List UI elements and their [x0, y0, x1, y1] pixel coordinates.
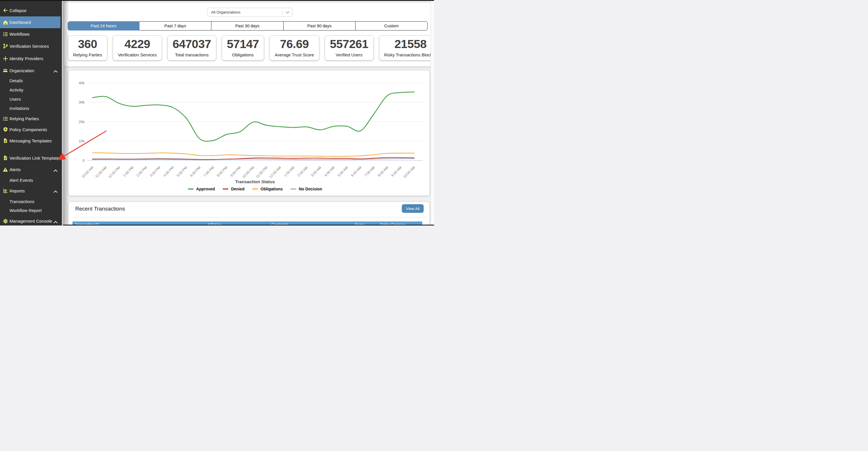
sidebar-item-transactions[interactable]: Transactions	[0, 197, 62, 206]
sidebar-item-reports[interactable]: Reports	[0, 186, 62, 195]
transaction-status-chart: 010k20k30k40k10:00 AM11:00 AM12:00 PM1:0…	[68, 70, 429, 178]
stat-card-average-trust-score: 76.69 Average Trust Score	[270, 35, 319, 61]
home-icon	[3, 20, 8, 25]
sidebar-item-label: Details	[9, 78, 23, 83]
users-icon	[3, 68, 8, 73]
svg-text:0: 0	[83, 159, 85, 163]
svg-text:6:00 AM: 6:00 AM	[350, 166, 362, 177]
sidebar-item-activity[interactable]: Activity	[0, 86, 62, 94]
svg-text:8:00 AM: 8:00 AM	[377, 166, 389, 177]
stat-card-verified-users: 557261 Verified Users	[325, 35, 374, 61]
svg-text:2:00 PM: 2:00 PM	[135, 166, 148, 177]
stat-label: Verification Services	[118, 52, 157, 57]
sidebar-shadow	[63, 0, 69, 226]
svg-text:10:00 PM: 10:00 PM	[241, 166, 255, 178]
svg-text:1:00 PM: 1:00 PM	[122, 166, 134, 177]
organization-dropdown[interactable]: All Organizations	[207, 8, 292, 17]
sidebar-item-label: Policy Components	[9, 127, 47, 132]
recent-transactions-title: Recent Transactions	[75, 206, 125, 212]
svg-text:40k: 40k	[79, 81, 85, 85]
sidebar-item-verification-link-templates[interactable]: Verification Link Templates	[0, 154, 62, 162]
stat-card-risky-transactions-blocked: 21558 Risky Transactions Blocked	[379, 35, 434, 61]
legend-item-denied[interactable]: Denied	[223, 187, 245, 191]
file-icon	[3, 155, 8, 161]
list-icon	[3, 31, 8, 37]
sidebar-item-label: Dashboard	[9, 20, 31, 25]
branch-icon	[3, 43, 8, 49]
sidebar-item-label: Messaging Templates	[9, 138, 52, 143]
svg-text:6:00 PM: 6:00 PM	[189, 166, 201, 177]
chevron-up-icon	[53, 69, 58, 72]
sidebar: Collapse Dashboard Workflows Verificatio…	[0, 0, 62, 226]
stat-value: 557261	[330, 37, 368, 51]
sidebar-item-label: Management Console	[9, 219, 52, 223]
stat-label: Total transactions	[175, 52, 209, 57]
sidebar-item-users[interactable]: Users	[0, 95, 62, 103]
sidebar-item-label: Reports	[9, 188, 25, 193]
legend-dash	[252, 188, 258, 189]
legend-item-obligations[interactable]: Obligations	[252, 187, 283, 191]
svg-text:2:00 AM: 2:00 AM	[297, 166, 309, 177]
recent-transactions-card: Recent Transactions View All Transaction…	[68, 202, 429, 226]
file-icon	[3, 138, 8, 144]
stat-label: Risky Transactions Blocked	[384, 52, 434, 57]
sidebar-item-policy-components[interactable]: Policy Components	[0, 125, 62, 134]
sidebar-item-label: Alert Events	[9, 178, 33, 183]
arrow-left-icon	[3, 8, 8, 13]
svg-text:10k: 10k	[79, 139, 85, 143]
chart-legend: Approved Denied Obligations No Decision	[87, 187, 423, 191]
sidebar-item-dashboard[interactable]: Dashboard	[0, 17, 60, 28]
sidebar-item-label: Organization	[9, 68, 34, 73]
window-bottom-edge	[63, 224, 434, 226]
move-icon	[3, 56, 8, 61]
svg-text:11:00 AM: 11:00 AM	[94, 166, 107, 178]
sidebar-item-label: Workflows	[9, 32, 30, 36]
sidebar-item-collapse[interactable]: Collapse	[0, 6, 62, 15]
sidebar-item-label: Invitations	[9, 106, 29, 111]
tab-past-7-days[interactable]: Past 7 days	[139, 21, 212, 30]
sidebar-item-management-console[interactable]: Management Console	[0, 217, 62, 226]
sidebar-item-organization[interactable]: Organization	[0, 66, 62, 75]
sidebar-item-label: Transactions	[9, 199, 34, 204]
sidebar-item-invitations[interactable]: Invitations	[0, 104, 62, 113]
chevron-up-icon	[53, 168, 58, 171]
window-top-edge	[0, 0, 434, 1]
page-scrollbar[interactable]	[431, 1, 434, 226]
legend-label: Approved	[196, 187, 215, 191]
svg-text:10:00 AM: 10:00 AM	[81, 166, 94, 178]
legend-dash	[188, 188, 193, 189]
sidebar-item-alerts[interactable]: Alerts	[0, 166, 62, 174]
sidebar-item-workflow-report[interactable]: Workflow Report	[0, 206, 62, 215]
view-all-button[interactable]: View All	[402, 204, 423, 213]
sidebar-item-verification-services[interactable]: Verification Services	[0, 42, 62, 50]
legend-item-no-decision[interactable]: No Decision	[290, 187, 322, 191]
sidebar-item-details[interactable]: Details	[0, 76, 62, 85]
sidebar-item-label: Alerts	[9, 167, 21, 172]
sidebar-item-messaging-templates[interactable]: Messaging Templates	[0, 136, 62, 145]
sidebar-item-identity-providers[interactable]: Identity Providers	[0, 54, 62, 63]
legend-dash	[290, 188, 296, 189]
sidebar-item-alert-events[interactable]: Alert Events	[0, 176, 62, 185]
sidebar-item-label: Collapse	[9, 8, 27, 13]
stat-card-obligations: 57147 Obligations	[222, 35, 264, 61]
tab-past-90-days[interactable]: Past 90 days	[283, 21, 356, 30]
warning-icon	[3, 167, 8, 172]
svg-text:7:00 PM: 7:00 PM	[203, 166, 215, 177]
sidebar-scrollbar[interactable]	[62, 0, 63, 226]
svg-text:1:00 AM: 1:00 AM	[283, 166, 295, 177]
tab-past-24-hours[interactable]: Past 24 hours	[68, 21, 140, 30]
sidebar-item-label: Users	[9, 97, 21, 101]
svg-text:3:00 AM: 3:00 AM	[310, 166, 322, 177]
svg-text:20k: 20k	[79, 120, 85, 124]
section-divider	[72, 217, 425, 217]
sidebar-item-workflows[interactable]: Workflows	[0, 30, 62, 38]
tab-custom[interactable]: Custom	[355, 21, 428, 30]
svg-text:3:00 PM: 3:00 PM	[149, 166, 161, 177]
tab-past-30-days[interactable]: Past 30 days	[211, 21, 284, 30]
stat-value: 21558	[395, 37, 427, 51]
legend-item-approved[interactable]: Approved	[188, 187, 215, 191]
svg-text:8:00 PM: 8:00 PM	[216, 166, 228, 177]
stat-value: 360	[78, 37, 97, 51]
sidebar-item-relying-parties[interactable]: Relying Parties	[0, 115, 62, 123]
stat-card-total-transactions: 647037 Total transactions	[167, 35, 216, 61]
